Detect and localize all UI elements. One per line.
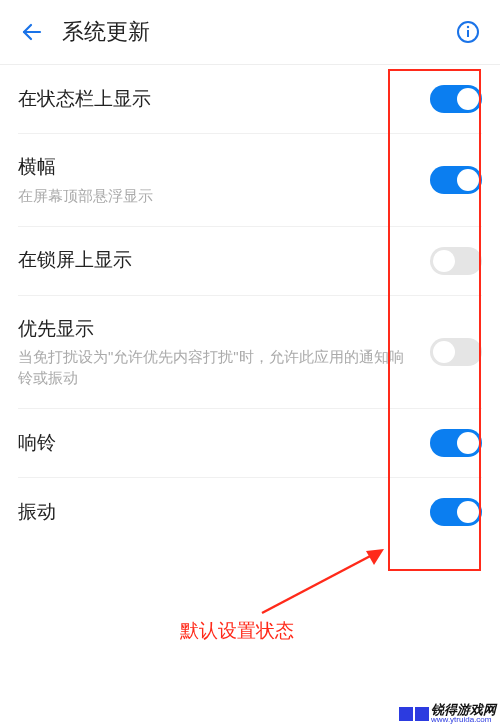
row-title: 在状态栏上显示 bbox=[18, 86, 418, 113]
row-vibrate: 振动 bbox=[18, 478, 482, 546]
toggle-lockscreen[interactable] bbox=[430, 247, 482, 275]
switch-thumb bbox=[457, 432, 479, 454]
toggle-priority[interactable] bbox=[430, 338, 482, 366]
row-title: 在锁屏上显示 bbox=[18, 247, 418, 274]
back-button[interactable] bbox=[18, 18, 46, 46]
toggle-status-bar[interactable] bbox=[430, 85, 482, 113]
row-text: 振动 bbox=[18, 499, 430, 526]
watermark-text: 锐得游戏网 www.ytruida.com bbox=[431, 703, 496, 724]
switch-thumb bbox=[457, 169, 479, 191]
arrow-icon bbox=[254, 541, 394, 621]
watermark-url: www.ytruida.com bbox=[431, 716, 496, 724]
switch-thumb bbox=[457, 88, 479, 110]
row-subtitle: 在屏幕顶部悬浮显示 bbox=[18, 185, 418, 206]
annotation-text: 默认设置状态 bbox=[180, 618, 294, 644]
row-status-bar: 在状态栏上显示 bbox=[18, 65, 482, 134]
svg-marker-5 bbox=[366, 549, 384, 565]
watermark-logo-icon bbox=[399, 707, 413, 721]
toggle-banner[interactable] bbox=[430, 166, 482, 194]
row-title: 横幅 bbox=[18, 154, 418, 181]
row-banner: 横幅 在屏幕顶部悬浮显示 bbox=[18, 134, 482, 227]
back-arrow-icon bbox=[20, 20, 44, 44]
toggle-ring[interactable] bbox=[430, 429, 482, 457]
info-button[interactable] bbox=[454, 18, 482, 46]
switch-thumb bbox=[433, 250, 455, 272]
svg-line-4 bbox=[262, 553, 376, 613]
row-title: 响铃 bbox=[18, 430, 418, 457]
svg-point-3 bbox=[467, 26, 469, 28]
header: 系统更新 bbox=[0, 0, 500, 64]
row-lockscreen: 在锁屏上显示 bbox=[18, 227, 482, 296]
settings-list: 在状态栏上显示 横幅 在屏幕顶部悬浮显示 在锁屏上显示 优先显示 当免打扰设为"… bbox=[0, 65, 500, 546]
row-ring: 响铃 bbox=[18, 409, 482, 478]
watermark-logo-icon bbox=[415, 707, 429, 721]
row-title: 振动 bbox=[18, 499, 418, 526]
row-text: 在状态栏上显示 bbox=[18, 86, 430, 113]
row-title: 优先显示 bbox=[18, 316, 418, 343]
toggle-vibrate[interactable] bbox=[430, 498, 482, 526]
row-text: 横幅 在屏幕顶部悬浮显示 bbox=[18, 154, 430, 206]
row-text: 在锁屏上显示 bbox=[18, 247, 430, 274]
watermark: 锐得游戏网 www.ytruida.com bbox=[399, 703, 496, 724]
switch-thumb bbox=[457, 501, 479, 523]
switch-thumb bbox=[433, 341, 455, 363]
row-priority: 优先显示 当免打扰设为"允许优先内容打扰"时，允许此应用的通知响铃或振动 bbox=[18, 296, 482, 410]
info-icon bbox=[456, 20, 480, 44]
row-text: 响铃 bbox=[18, 430, 430, 457]
row-subtitle: 当免打扰设为"允许优先内容打扰"时，允许此应用的通知响铃或振动 bbox=[18, 346, 418, 388]
row-text: 优先显示 当免打扰设为"允许优先内容打扰"时，允许此应用的通知响铃或振动 bbox=[18, 316, 430, 389]
page-title: 系统更新 bbox=[62, 17, 454, 47]
